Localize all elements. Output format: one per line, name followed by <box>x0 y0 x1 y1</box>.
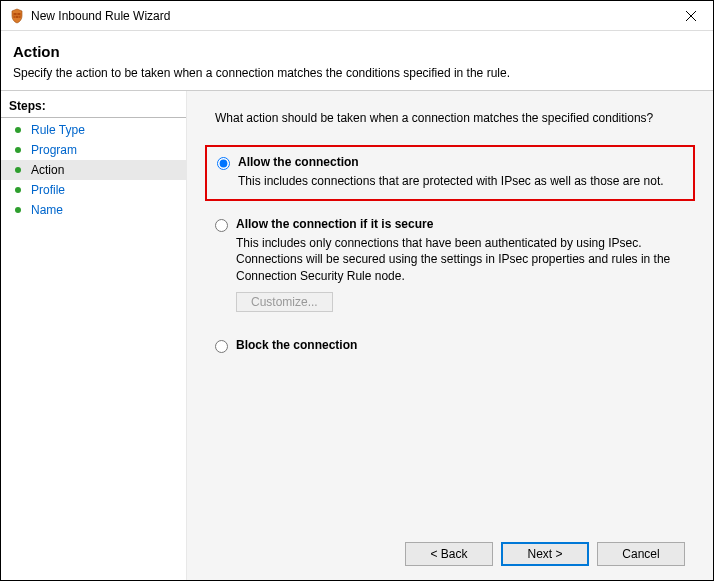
option-allow-row[interactable]: Allow the connection <box>217 155 681 170</box>
bullet-icon <box>15 187 21 193</box>
option-block-label: Block the connection <box>236 338 357 352</box>
bullet-icon <box>15 167 21 173</box>
options: Allow the connection This includes conne… <box>205 145 695 530</box>
step-label: Action <box>31 163 64 177</box>
question-text: What action should be taken when a conne… <box>215 111 695 125</box>
titlebar: New Inbound Rule Wizard <box>1 1 713 31</box>
step-rule-type[interactable]: Rule Type <box>1 120 186 140</box>
option-block: Block the connection <box>205 330 695 363</box>
next-button[interactable]: Next > <box>501 542 589 566</box>
option-allow: Allow the connection This includes conne… <box>205 145 695 201</box>
page-title: Action <box>13 43 701 60</box>
steps-title: Steps: <box>1 97 186 118</box>
header: Action Specify the action to be taken wh… <box>1 31 713 90</box>
customize-button: Customize... <box>236 292 333 312</box>
main-panel: What action should be taken when a conne… <box>187 91 713 580</box>
bullet-icon <box>15 147 21 153</box>
radio-allow-secure[interactable] <box>215 219 228 232</box>
option-allow-secure-desc: This includes only connections that have… <box>236 235 683 284</box>
back-button[interactable]: < Back <box>405 542 493 566</box>
step-label: Name <box>31 203 63 217</box>
radio-block[interactable] <box>215 340 228 353</box>
bullet-icon <box>15 207 21 213</box>
cancel-button[interactable]: Cancel <box>597 542 685 566</box>
sidebar: Steps: Rule Type Program Action Profile … <box>1 91 187 580</box>
window-title: New Inbound Rule Wizard <box>31 9 668 23</box>
step-program[interactable]: Program <box>1 140 186 160</box>
bullet-icon <box>15 127 21 133</box>
page-subtitle: Specify the action to be taken when a co… <box>13 66 701 80</box>
option-allow-secure-row[interactable]: Allow the connection if it is secure <box>215 217 683 232</box>
body: Steps: Rule Type Program Action Profile … <box>1 90 713 580</box>
footer: < Back Next > Cancel <box>205 530 695 580</box>
radio-allow[interactable] <box>217 157 230 170</box>
step-label: Rule Type <box>31 123 85 137</box>
option-allow-desc: This includes connections that are prote… <box>238 173 681 189</box>
step-action[interactable]: Action <box>1 160 186 180</box>
close-icon <box>686 11 696 21</box>
option-block-row[interactable]: Block the connection <box>215 338 683 353</box>
step-profile[interactable]: Profile <box>1 180 186 200</box>
firewall-icon <box>9 8 25 24</box>
close-button[interactable] <box>668 1 713 30</box>
option-allow-secure: Allow the connection if it is secure Thi… <box>205 209 695 322</box>
step-name[interactable]: Name <box>1 200 186 220</box>
option-allow-secure-label: Allow the connection if it is secure <box>236 217 433 231</box>
step-label: Program <box>31 143 77 157</box>
step-label: Profile <box>31 183 65 197</box>
option-allow-label: Allow the connection <box>238 155 359 169</box>
